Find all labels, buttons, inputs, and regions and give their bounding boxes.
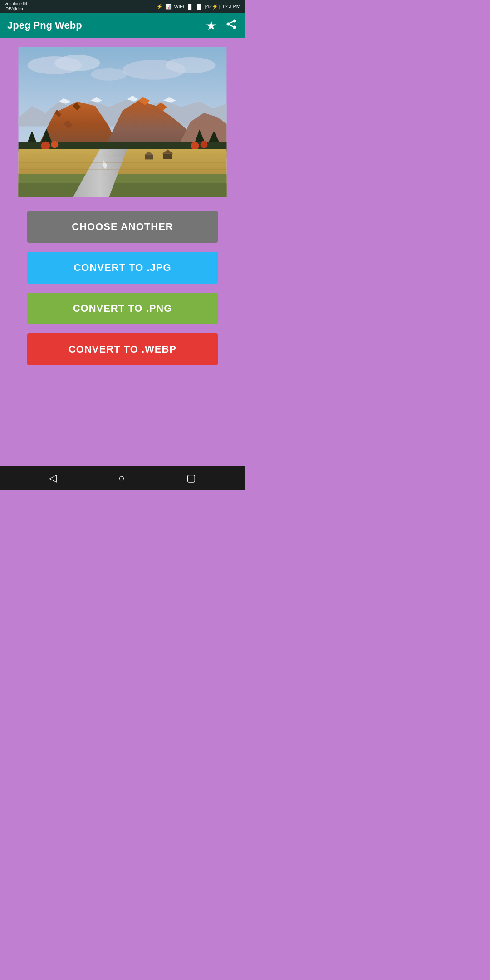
svg-point-32: [201, 141, 208, 148]
svg-point-10: [91, 68, 127, 81]
signal-icon1: ▐▌: [186, 4, 193, 9]
convert-png-button[interactable]: CONVERT TO .PNG: [27, 293, 218, 324]
svg-point-30: [51, 141, 58, 148]
app-bar: Jpeg Png Webp ★: [0, 13, 245, 38]
convert-jpg-button[interactable]: CONVERT TO .JPG: [27, 252, 218, 284]
svg-line-3: [229, 21, 234, 24]
recents-button[interactable]: ▢: [186, 472, 196, 484]
main-content: CHOOSE ANOTHER CONVERT TO .JPG CONVERT T…: [0, 38, 245, 466]
svg-point-9: [166, 57, 216, 74]
wifi-icon: WiFi: [174, 4, 184, 9]
svg-point-7: [54, 55, 100, 71]
carrier-info: Vodafone IN IDEA|Idea: [5, 1, 27, 11]
usb-icon: ⚡: [157, 4, 163, 10]
svg-line-4: [229, 24, 234, 27]
status-bar: Vodafone IN IDEA|Idea ⚡ 📊 WiFi ▐▌ ▐▌ [42…: [0, 0, 245, 13]
time-display: 1:43 PM: [222, 4, 240, 9]
battery-indicator: [42⚡]: [205, 4, 220, 10]
svg-rect-35: [19, 183, 227, 197]
app-title: Jpeg Png Webp: [7, 20, 82, 31]
app-bar-actions: ★: [206, 18, 238, 33]
bottom-nav-bar: ◁ ○ ▢: [0, 466, 245, 490]
signal-icon2: ▐▌: [196, 4, 203, 9]
activity-icon: 📊: [165, 4, 172, 10]
svg-point-31: [191, 142, 199, 150]
star-icon[interactable]: ★: [206, 18, 217, 33]
image-preview: [18, 47, 227, 197]
share-icon[interactable]: [225, 19, 238, 32]
back-button[interactable]: ◁: [49, 472, 57, 484]
status-icons: ⚡ 📊 WiFi ▐▌ ▐▌ [42⚡] 1:43 PM: [157, 4, 240, 10]
svg-rect-40: [163, 153, 172, 159]
choose-another-button[interactable]: CHOOSE ANOTHER: [27, 211, 218, 243]
convert-webp-button[interactable]: CONVERT TO .WEBP: [27, 333, 218, 365]
home-button[interactable]: ○: [118, 472, 124, 484]
